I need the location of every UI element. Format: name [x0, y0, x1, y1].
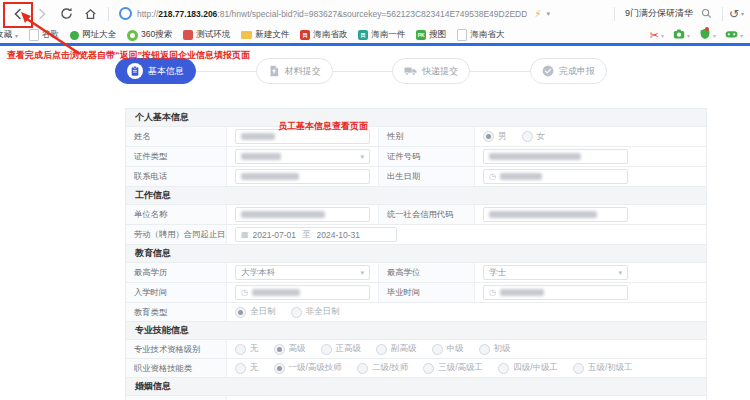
address-bar[interactable]: http://218.77.183.206:81/hnwt/special-bi…: [115, 7, 608, 20]
redacted-value: [252, 289, 300, 296]
radio-button[interactable]: [321, 344, 332, 355]
daterange-input[interactable]: ▦2021-07-01至2024-10-31: [235, 227, 397, 242]
radio-button[interactable]: [274, 344, 285, 355]
undo-icon: ↺: [729, 7, 739, 21]
undo-button[interactable]: ↺▾: [729, 7, 744, 21]
radio-label: 无: [250, 343, 259, 355]
radio-button[interactable]: [483, 131, 494, 142]
radio-button[interactable]: [235, 363, 246, 374]
search-icon[interactable]: [701, 8, 712, 19]
radio-button[interactable]: [357, 363, 368, 374]
bookmark-item[interactable]: 新建文件: [241, 29, 289, 41]
field-value: [474, 147, 706, 166]
text-input[interactable]: [483, 207, 628, 222]
radio-button[interactable]: [235, 344, 246, 355]
chevron-down-icon[interactable]: ▾: [546, 10, 550, 18]
search-hotword[interactable]: 9门满分保研清华: [625, 7, 693, 20]
field-label: 职业资格技能类: [126, 359, 226, 377]
step-4[interactable]: 完成申报: [530, 58, 607, 84]
field-value: 无高级正高级副高级中级初级: [226, 340, 706, 358]
field-label: 姓名: [126, 127, 226, 146]
radio-option[interactable]: 三级/高级工: [423, 362, 483, 374]
radio-label: 高级: [289, 343, 306, 355]
select-input[interactable]: 学士▾: [483, 265, 628, 280]
reload-button[interactable]: [54, 3, 78, 25]
radio-button[interactable]: [573, 363, 584, 374]
bookmarks-bar: 收藏▾谷歌网址大全360搜索测试环境新建文件田海南省政田海南一件PK搜图海南省大…: [0, 27, 750, 46]
radio-button[interactable]: [274, 363, 285, 374]
radio-option[interactable]: 五级/初级工: [573, 362, 633, 374]
radio-option[interactable]: 女: [522, 131, 546, 143]
bookmark-label: 测试环境: [196, 29, 230, 41]
date-input[interactable]: ◷: [483, 169, 628, 184]
radio-label: 女: [537, 131, 546, 143]
step-2[interactable]: 材料提交: [256, 58, 333, 84]
radio-option[interactable]: 高级: [274, 343, 306, 355]
radio-group: 全日制非全日制: [235, 306, 340, 318]
bookmark-item[interactable]: 海南省大: [457, 29, 504, 41]
bookmark-item[interactable]: 田海南一件: [358, 29, 405, 41]
step-label: 基本信息: [148, 65, 184, 78]
step-3[interactable]: 快递提交: [392, 58, 470, 84]
field-label: 最高学位: [378, 263, 474, 282]
home-button[interactable]: [78, 3, 102, 25]
gamepad-icon: [725, 28, 738, 42]
radio-option[interactable]: 男: [483, 131, 507, 143]
bookmark-item[interactable]: 测试环境: [183, 29, 230, 41]
scissors-icon[interactable]: ✂▾: [650, 30, 664, 40]
radio-option[interactable]: 全日制: [235, 306, 276, 318]
radio-button[interactable]: [235, 307, 246, 318]
bookmark-item[interactable]: 谷歌: [29, 29, 59, 41]
bookmark-item[interactable]: 收藏▾: [0, 29, 18, 41]
section-header: 教育信息: [126, 245, 706, 263]
radio-label: 五级/初级工: [588, 362, 633, 374]
radio-group: 男女: [483, 131, 545, 143]
radio-button[interactable]: [479, 344, 490, 355]
radio-option[interactable]: 四级/中级工: [498, 362, 558, 374]
step-connector: [470, 71, 530, 72]
radio-option[interactable]: 正高级: [321, 343, 362, 355]
back-button[interactable]: [6, 3, 30, 25]
shield-icon[interactable]: ▾: [699, 28, 716, 42]
truck-icon: [404, 65, 417, 77]
text-input[interactable]: [483, 149, 628, 164]
radio-button[interactable]: [376, 344, 387, 355]
text-input[interactable]: [235, 207, 370, 222]
camera-icon[interactable]: ▾: [673, 28, 690, 42]
form-table: 个人基本信息姓名性别男女证件类型▾证件号码联系电话出生日期◷工作信息单位名称统一…: [125, 108, 707, 400]
date-input[interactable]: ◷: [483, 285, 628, 300]
text-input[interactable]: [235, 169, 370, 184]
bookmark-item[interactable]: 田海南省政: [300, 29, 347, 41]
date-input[interactable]: ◷: [235, 285, 370, 300]
radio-button[interactable]: [432, 344, 443, 355]
radio-option[interactable]: 初级: [479, 343, 511, 355]
select-input[interactable]: ▾: [235, 149, 370, 164]
form-row: 劳动（聘用）合同起止日期▦2021-07-01至2024-10-31: [126, 225, 706, 245]
reload-icon: [60, 7, 73, 20]
field-label: 单位名称: [126, 205, 226, 224]
radio-option[interactable]: 二级/技师: [357, 362, 408, 374]
radio-option[interactable]: 无: [235, 343, 259, 355]
radio-button[interactable]: [291, 307, 302, 318]
radio-option[interactable]: 无: [235, 362, 259, 374]
radio-option[interactable]: 中级: [432, 343, 464, 355]
radio-button[interactable]: [498, 363, 509, 374]
bookmark-item[interactable]: PK搜图: [416, 29, 446, 41]
field-label: 专业技术资格级别: [126, 340, 226, 358]
flash-icon[interactable]: ⚡: [534, 8, 541, 19]
redacted-value: [241, 133, 275, 140]
clock-icon: ◷: [241, 289, 248, 297]
browser-search[interactable]: 9门满分保研清华: [621, 7, 716, 20]
radio-button[interactable]: [423, 363, 434, 374]
radio-option[interactable]: 副高级: [376, 343, 417, 355]
radio-button[interactable]: [522, 131, 533, 142]
bookmark-item[interactable]: 360搜索: [127, 29, 172, 41]
radio-option[interactable]: 非全日制: [291, 306, 340, 318]
section-title: 婚姻信息: [135, 381, 171, 391]
forward-button[interactable]: [30, 3, 54, 25]
radio-label: 副高级: [391, 343, 417, 355]
select-input[interactable]: 大学本科▾: [235, 265, 370, 280]
bookmark-item[interactable]: 网址大全: [70, 29, 116, 41]
radio-option[interactable]: 一级/高级技师: [274, 362, 342, 374]
gamepad-icon[interactable]: ▾: [725, 28, 743, 42]
